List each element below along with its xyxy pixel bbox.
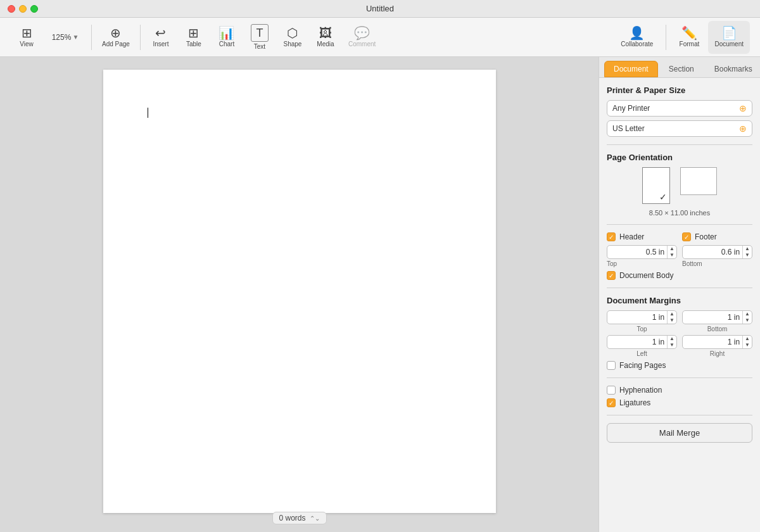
hyphenation-label: Hyphenation	[619, 386, 662, 395]
add-page-button[interactable]: ⊕ Add Page	[96, 21, 136, 54]
portrait-box: ✓	[642, 167, 670, 204]
header-value: 0.5 in	[607, 246, 667, 258]
comment-button[interactable]: 💬 Comment	[342, 21, 382, 54]
format-button[interactable]: ✏️ Format	[673, 21, 706, 54]
orientation-options: ✓	[607, 167, 752, 204]
view-label: View	[20, 41, 34, 48]
bottom-margin-control[interactable]: 1 in ▲ ▼	[682, 310, 752, 324]
media-button[interactable]: 🖼 Media	[309, 21, 342, 54]
bottom-margin-down[interactable]: ▼	[743, 317, 752, 324]
left-margin-up[interactable]: ▲	[668, 336, 676, 342]
add-page-icon: ⊕	[110, 27, 121, 39]
tab-document[interactable]: Document	[604, 61, 658, 77]
statusbar[interactable]: 0 words ⌃⌄	[272, 512, 326, 524]
footer-checkbox-row: ✓ Footer	[682, 232, 752, 241]
printer-dropdown[interactable]: Any Printer ⊕	[607, 100, 752, 117]
bottom-margin-up[interactable]: ▲	[743, 311, 752, 317]
divider-5	[607, 415, 752, 415]
media-label: Media	[317, 41, 334, 48]
footer-stepper-control[interactable]: 0.6 in ▲ ▼	[682, 245, 752, 259]
landscape-box	[680, 167, 717, 195]
document-margins-title: Document Margins	[607, 296, 752, 305]
landscape-option[interactable]	[680, 167, 717, 204]
divider-4	[607, 377, 752, 378]
footer-sublabel: Bottom	[682, 260, 752, 267]
insert-button[interactable]: ↩ Insert	[144, 21, 177, 54]
bottom-margin-value: 1 in	[683, 312, 742, 323]
top-margin-item: 1 in ▲ ▼ Top	[607, 310, 677, 332]
zoom-control[interactable]: 125% ▼	[43, 21, 87, 54]
left-margin-down[interactable]: ▼	[668, 342, 676, 348]
header-label: Header	[619, 232, 644, 241]
footer-stepper: 0.6 in ▲ ▼ Bottom	[682, 245, 752, 267]
header-sublabel: Top	[607, 260, 677, 267]
header-stepper: 0.5 in ▲ ▼ Top	[607, 245, 677, 267]
footer-up[interactable]: ▲	[743, 246, 752, 252]
divider-1	[607, 144, 752, 145]
titlebar: Untitled	[0, 0, 760, 18]
top-margin-down[interactable]: ▼	[668, 317, 676, 324]
left-right-margins-row: 1 in ▲ ▼ Left 1 in ▲ ▼	[607, 335, 752, 357]
text-button[interactable]: T Text	[243, 21, 276, 54]
divider-2	[607, 224, 752, 225]
document-panel-button[interactable]: 📄 Document	[708, 21, 750, 54]
table-icon: ⊞	[188, 27, 199, 39]
mail-merge-button[interactable]: Mail Merge	[607, 423, 752, 443]
footer-down[interactable]: ▼	[743, 252, 752, 258]
ligatures-checkbox[interactable]: ✓	[607, 398, 616, 407]
printer-dropdown-arrow: ⊕	[739, 103, 747, 113]
top-margin-value: 1 in	[607, 312, 667, 323]
right-margin-down[interactable]: ▼	[743, 342, 752, 348]
right-margin-up[interactable]: ▲	[743, 336, 752, 342]
maximize-button[interactable]	[30, 5, 38, 13]
left-margin-control[interactable]: 1 in ▲ ▼	[607, 335, 677, 349]
header-footer-section: ✓ Header 0.5 in ▲ ▼ Top	[607, 232, 752, 267]
facing-pages-checkbox[interactable]	[607, 361, 616, 370]
main-layout: 0 words ⌃⌄ Document Section Bookmarks Pr…	[0, 57, 760, 532]
bottom-margin-item: 1 in ▲ ▼ Bottom	[682, 310, 752, 332]
top-margin-up[interactable]: ▲	[668, 311, 676, 317]
header-stepper-control[interactable]: 0.5 in ▲ ▼	[607, 245, 677, 259]
header-checkbox[interactable]: ✓	[607, 232, 616, 241]
panel-content: Printer & Paper Size Any Printer ⊕ US Le…	[599, 78, 760, 532]
hyphenation-row: Hyphenation	[607, 386, 752, 395]
document-body-checkbox[interactable]: ✓	[607, 271, 616, 280]
collaborate-label: Collaborate	[621, 41, 653, 48]
table-button[interactable]: ⊞ Table	[177, 21, 210, 54]
text-cursor	[148, 108, 148, 118]
close-button[interactable]	[8, 5, 15, 13]
text-icon: T	[251, 24, 269, 42]
paper-dropdown[interactable]: US Letter ⊕	[607, 120, 752, 137]
media-icon: 🖼	[319, 27, 332, 39]
top-margin-control[interactable]: 1 in ▲ ▼	[607, 310, 677, 324]
collaborate-button[interactable]: 👤 Collaborate	[614, 21, 659, 54]
document-body-row: ✓ Document Body	[607, 271, 752, 280]
header-down[interactable]: ▼	[668, 252, 676, 258]
separator-3	[666, 25, 666, 50]
chart-button[interactable]: 📊 Chart	[210, 21, 243, 54]
insert-label: Insert	[153, 41, 168, 48]
left-margin-label: Left	[636, 350, 647, 357]
portrait-option[interactable]: ✓	[642, 167, 670, 204]
minimize-button[interactable]	[19, 5, 27, 13]
footer-checkbox[interactable]: ✓	[682, 232, 691, 241]
hyphenation-checkbox[interactable]	[607, 386, 616, 395]
chart-icon: 📊	[218, 27, 234, 39]
page[interactable]	[103, 70, 496, 513]
toolbar-right: 👤 Collaborate ✏️ Format 📄 Document	[614, 21, 750, 54]
paper-dropdown-row: US Letter ⊕	[607, 120, 752, 137]
paper-dropdown-arrow: ⊕	[739, 124, 747, 134]
tab-section[interactable]: Section	[659, 61, 704, 77]
facing-pages-label: Facing Pages	[619, 361, 666, 370]
tab-bookmarks[interactable]: Bookmarks	[705, 61, 760, 77]
ligatures-row: ✓ Ligatures	[607, 398, 752, 407]
shape-button[interactable]: ⬡ Shape	[276, 21, 309, 54]
view-button[interactable]: ⊞ View	[10, 21, 43, 54]
separator-1	[91, 25, 92, 50]
document-area[interactable]: 0 words ⌃⌄	[0, 57, 598, 532]
header-up[interactable]: ▲	[668, 246, 676, 252]
right-margin-control[interactable]: 1 in ▲ ▼	[682, 335, 752, 349]
window-title: Untitled	[366, 4, 394, 13]
table-label: Table	[186, 41, 201, 48]
shape-label: Shape	[283, 41, 301, 48]
